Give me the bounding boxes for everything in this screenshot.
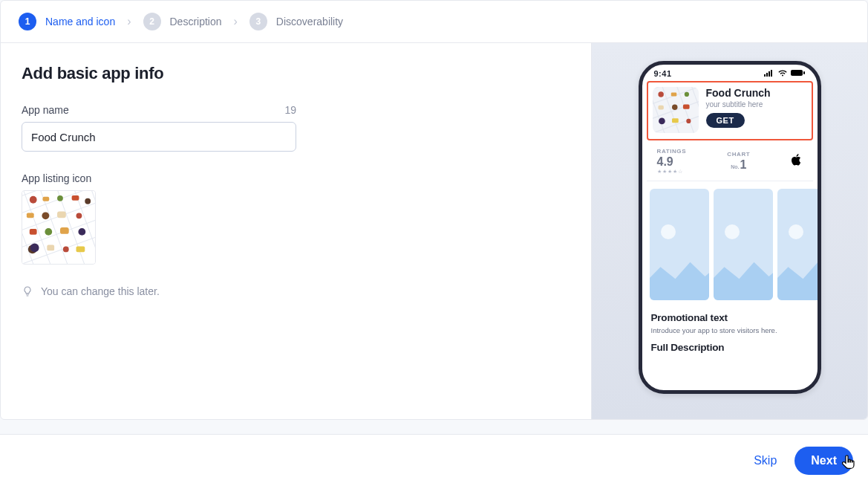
svg-point-51: [672, 105, 677, 110]
stepper: 1 Name and icon › 2 Description › 3 Disc…: [1, 1, 867, 43]
hint-message: You can change this later.: [41, 285, 160, 297]
step-description[interactable]: 2 Description: [143, 13, 222, 30]
ratings-stars: ★★★★☆: [657, 169, 687, 175]
svg-rect-34: [769, 71, 770, 77]
get-button: GET: [706, 113, 745, 128]
svg-rect-15: [42, 197, 49, 201]
svg-point-18: [85, 198, 91, 204]
promo-title: Promotional text: [651, 312, 809, 323]
app-name-input[interactable]: [22, 122, 296, 152]
svg-rect-35: [771, 70, 772, 77]
svg-rect-17: [72, 195, 79, 201]
svg-rect-31: [76, 246, 85, 252]
screenshot-placeholder: [777, 189, 818, 300]
app-listing-highlight: Food Crunch your subtitle here GET: [647, 81, 813, 140]
preview-app-subtitle: your subtitle here: [706, 100, 771, 108]
svg-point-26: [78, 228, 85, 236]
battery-icon: [791, 69, 806, 78]
svg-rect-54: [672, 118, 679, 123]
chart-no-prefix: No.: [731, 164, 739, 169]
preview-stats-row: RATINGS 4.9 ★★★★☆ CHART No. 1: [647, 140, 813, 181]
svg-point-55: [686, 119, 691, 123]
screenshot-placeholder: [650, 189, 709, 300]
svg-rect-23: [30, 229, 37, 235]
svg-point-16: [57, 195, 63, 201]
preview-pane: 9:41: [591, 43, 867, 419]
ratings-label: RATINGS: [657, 148, 687, 155]
chart-label: CHART: [727, 151, 750, 158]
svg-point-30: [63, 246, 69, 252]
hint-text: You can change this later.: [22, 285, 570, 297]
svg-rect-50: [658, 106, 663, 110]
chevron-right-icon: ›: [234, 15, 238, 28]
svg-rect-21: [57, 211, 66, 218]
wizard-panel: 1 Name and icon › 2 Description › 3 Disc…: [0, 0, 868, 420]
svg-rect-36: [791, 70, 803, 76]
signal-icon: [764, 69, 774, 78]
svg-point-20: [42, 212, 49, 219]
next-button[interactable]: Next: [794, 447, 853, 475]
step-discoverability[interactable]: 3 Discoverability: [249, 13, 343, 30]
app-name-label: App name: [22, 104, 69, 116]
app-name-char-count: 19: [284, 104, 296, 116]
statusbar-time: 9:41: [654, 69, 672, 78]
step-number-badge: 1: [19, 13, 36, 30]
form-section: Add basic app info App name 19 App listi…: [1, 43, 591, 419]
app-icon-preview[interactable]: [22, 190, 96, 265]
screenshot-placeholder: [714, 189, 773, 300]
svg-rect-19: [27, 213, 34, 218]
svg-rect-33: [766, 73, 768, 77]
svg-point-24: [45, 228, 52, 236]
full-description-heading: Full Description: [642, 334, 818, 353]
chevron-right-icon: ›: [127, 15, 131, 28]
screenshots-row: [642, 181, 818, 300]
lightbulb-icon: [22, 285, 33, 297]
promo-subtitle: Introduce your app to store visitors her…: [651, 326, 809, 334]
svg-point-28: [30, 244, 39, 253]
svg-rect-32: [764, 74, 766, 77]
svg-point-22: [76, 213, 82, 218]
svg-rect-29: [47, 245, 54, 251]
svg-rect-25: [60, 227, 69, 234]
svg-point-53: [659, 118, 665, 125]
preview-app-title: Food Crunch: [706, 87, 771, 99]
skip-button[interactable]: Skip: [754, 454, 777, 467]
svg-point-14: [30, 196, 37, 204]
step-number-badge: 2: [143, 13, 161, 30]
svg-rect-48: [670, 92, 676, 96]
next-button-label: Next: [811, 454, 837, 467]
app-listing-thumb: [653, 87, 699, 133]
phone-frame: 9:41: [639, 61, 821, 394]
apple-logo-icon: [791, 153, 802, 169]
step-number-badge: 3: [249, 13, 267, 30]
svg-rect-37: [803, 71, 805, 74]
svg-rect-52: [682, 105, 689, 109]
step-label: Discoverability: [276, 16, 343, 27]
page-title: Add basic app info: [22, 64, 570, 83]
wifi-icon: [777, 69, 788, 78]
svg-point-47: [658, 91, 663, 97]
svg-point-49: [684, 92, 688, 97]
phone-statusbar: 9:41: [642, 65, 818, 80]
footer-bar: Skip Next: [0, 434, 868, 486]
app-icon-label: App listing icon: [22, 172, 570, 184]
chart-value: 1: [740, 158, 746, 172]
step-name-and-icon[interactable]: 1 Name and icon: [19, 13, 115, 30]
step-label: Description: [170, 16, 222, 27]
step-label: Name and icon: [45, 16, 115, 27]
ratings-value: 4.9: [657, 155, 687, 169]
